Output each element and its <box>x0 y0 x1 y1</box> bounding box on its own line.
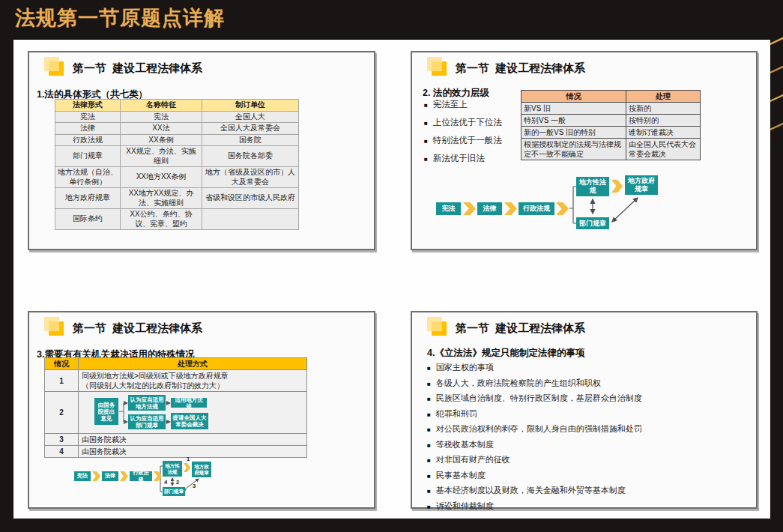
cell: 地方政府规章 <box>55 188 121 209</box>
bullet-square-icon: ■ <box>424 120 428 127</box>
table-header-row: 情况 处理 <box>522 91 701 103</box>
mini-hierarchy-flow-diagram: 1 4 2 3 宪法 法律 行政法规 地方性法规 地方政府规章 部门规章 <box>70 455 243 503</box>
bullet-text: 犯罪和刑罚 <box>436 408 477 420</box>
list-item: ■对公民政治权利的剥夺，限制人身自由的强制措施和处罚 <box>427 423 742 435</box>
col-header: 情况 <box>522 91 626 103</box>
table-row: 地方法规（自治、单行条例） XX地方XX条例 地方（省级及设区的市）人大及常委会 <box>55 167 299 188</box>
slide2-title: 第一节 建设工程法律体系 <box>456 61 585 76</box>
list-item: ■新法优于旧法 <box>424 153 522 164</box>
cell: 2 <box>45 392 79 434</box>
bullet-square-icon: ■ <box>427 442 431 449</box>
flow-node-admin-regulation: 行政法规 <box>130 471 152 481</box>
slide-card-3: 第一节 建设工程法律体系 3.需要有有关机关裁决适用的特殊情况 情况 处理方式 … <box>28 311 375 509</box>
cell: 宪法 <box>121 111 202 123</box>
cell: 由国务院裁决 <box>79 434 307 446</box>
cell: 新VS 旧 <box>522 103 626 115</box>
slide-card-4: 第一节 建设工程法律体系 4.《立法法》规定只能制定法律的事项 ■国家主权的事项… <box>411 311 758 509</box>
cell <box>202 209 299 230</box>
decision-flow-diagram: 由国务院提出意见 认为应当适用地方法规 适用地方法规 认为应当适用部门规章 提请… <box>92 392 279 434</box>
bullet-text: 特别法优于一般法 <box>433 135 502 146</box>
order-label-1: 1 <box>187 456 190 462</box>
bullet-text: 诉讼和仲裁制度 <box>436 501 494 512</box>
list-item: ■等税收基本制度 <box>427 439 742 450</box>
table-row: 新VS 旧 按新的 <box>522 103 701 115</box>
slide1-title: 第一节 建设工程法律体系 <box>73 61 202 76</box>
flow-node-dept-rule: 部门规章 <box>163 487 185 496</box>
bullet-text: 上位法优于下位法 <box>433 117 502 128</box>
table-row: 地方政府规章 XX地方XX规定、办法、实施细则 省级和设区的市级人民政府 <box>55 188 299 209</box>
cell: 宪法 <box>55 111 121 123</box>
section-marker-icon <box>432 321 447 336</box>
cell: 全国人大 <box>202 111 299 123</box>
list-item: ■各级人大，政府法院检察院的产生组织和职权 <box>427 378 742 389</box>
list-item: ■犯罪和刑罚 <box>427 408 742 420</box>
bullet-square-icon: ■ <box>424 156 428 163</box>
table-row: 2 <box>45 392 307 434</box>
cell: 省级和设区的市级人民政府 <box>202 188 299 209</box>
bullet-square-icon: ■ <box>427 396 431 402</box>
slide2-subtitle: 2. 法的效力层级 <box>423 87 489 100</box>
flow-node-apply-local-regulation: 适用地方法规 <box>171 398 207 408</box>
bullet-text: 国家主权的事项 <box>436 362 494 373</box>
table-header-row: 情况 处理方式 <box>45 358 307 370</box>
list-item: ■国家主权的事项 <box>427 362 742 373</box>
flow-node-law: 法律 <box>102 471 118 481</box>
cell: 法律 <box>55 123 121 135</box>
table-row: 1 同级别地方法规>同级别或下级地方政府规章 （同级别人大制定的比政府制订的效力… <box>45 370 307 392</box>
list-item: ■民事基本制度 <box>427 470 742 481</box>
cell: 地方法规（自治、单行条例） <box>55 167 121 188</box>
flow-node-constitution: 宪法 <box>436 202 461 215</box>
table-row: 法律 XX法 全国人大及常委会 <box>55 123 299 135</box>
bullet-square-icon: ■ <box>427 473 431 480</box>
bullet-text: 等税收基本制度 <box>436 439 494 450</box>
list-item: ■基本经济制度以及财政，海关金融和外贸等基本制度 <box>427 485 742 496</box>
flow-node-local-gov-rule: 地方政府规章 <box>625 175 658 195</box>
bullet-text: 对非国有财产的征收 <box>436 454 510 465</box>
table-row: 国际条约 XX公约、条约、协议、宪章、盟约 <box>55 209 299 230</box>
bullet-square-icon: ■ <box>427 381 431 387</box>
bullet-square-icon: ■ <box>427 411 431 418</box>
order-label-3: 3 <box>193 483 196 489</box>
bullet-text: 对公民政治权利的剥夺，限制人身自由的强制措施和处罚 <box>436 423 642 435</box>
cell-with-diagram: 由国务院提出意见 认为应当适用地方法规 适用地方法规 认为应当适用部门规章 提请… <box>79 392 307 434</box>
cell: 全国人大及常委会 <box>202 123 299 135</box>
table-row: 宪法 宪法 全国人大 <box>55 111 299 123</box>
list-item: ■上位法优于下位法 <box>424 117 522 128</box>
bullet-text: 各级人大，政府法院检察院的产生组织和职权 <box>436 378 601 389</box>
flow-node-admin-regulation: 行政法规 <box>519 202 554 215</box>
flow-node-dept-rule: 部门规章 <box>576 217 609 229</box>
cell: XX地方XX规定、办法、实施细则 <box>121 188 202 209</box>
section-marker-icon <box>49 321 64 336</box>
flow-node-local-regulation: 地方性法规 <box>163 461 182 477</box>
table-row: 新的一般VS 旧的特别 谁制订谁裁决 <box>522 127 701 139</box>
bullet-square-icon: ■ <box>427 488 431 495</box>
cell: 国际条约 <box>55 209 121 230</box>
slide2-header: 第一节 建设工程法律体系 <box>432 61 585 76</box>
page: { "banner": { "title": "法规第一节原题点详解" }, "… <box>0 0 783 532</box>
law-forms-table: 法律形式 名称特征 制订单位 宪法 宪法 全国人大 法律 XX法 全国人大及常委… <box>55 99 299 230</box>
cell: 国务院各部委 <box>202 146 299 167</box>
col-header: 法律形式 <box>55 100 121 112</box>
bullet-square-icon: ■ <box>427 365 431 372</box>
cell: 按新的 <box>626 103 701 115</box>
col-header: 名称特征 <box>121 100 202 112</box>
section-marker-icon <box>49 61 64 76</box>
content-panel: 第一节 建设工程法律体系 1.法的具体形式（共七类） 法律形式 名称特征 制订单… <box>13 40 770 519</box>
section-marker-icon <box>432 61 447 76</box>
slide4-header: 第一节 建设工程法律体系 <box>432 321 585 336</box>
list-item: ■诉讼和仲裁制度 <box>427 501 742 512</box>
effect-hierarchy-bullets: ■宪法至上 ■上位法优于下位法 ■特别法优于一般法 ■新法优于旧法 <box>424 99 522 171</box>
slide4-title: 第一节 建设工程法律体系 <box>456 321 585 336</box>
cell: XX条例 <box>121 134 202 146</box>
bullet-text: 民事基本制度 <box>436 470 486 481</box>
slide-card-1: 第一节 建设工程法律体系 1.法的具体形式（共七类） 法律形式 名称特征 制订单… <box>28 51 375 250</box>
flow-node-npc-ruling: 提请全国人大常委会裁决 <box>171 413 208 429</box>
cell: 国务院 <box>202 134 299 146</box>
cell: 由全国人民代表大会常委会裁决 <box>626 139 701 160</box>
bullet-square-icon: ■ <box>424 138 428 145</box>
bullet-square-icon: ■ <box>427 426 431 433</box>
cell: 地方（省级及设区的市）人大及常委会 <box>202 167 299 188</box>
slide1-header: 第一节 建设工程法律体系 <box>49 61 202 76</box>
cell: 谁制订谁裁决 <box>626 127 701 139</box>
cell: XX规定、办法、实施细则 <box>121 146 202 167</box>
